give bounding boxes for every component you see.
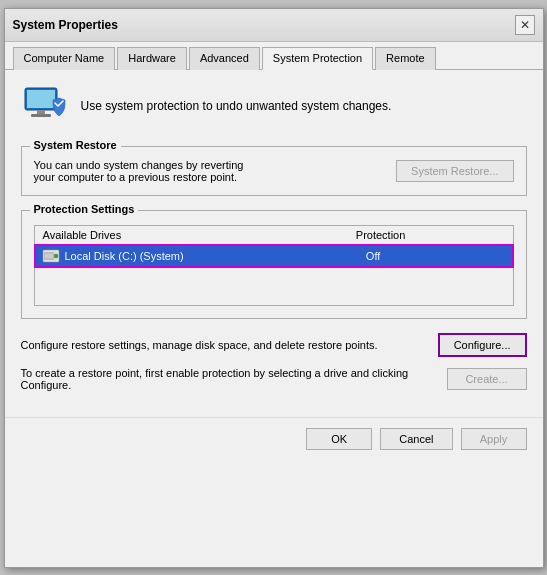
create-text: To create a restore point, first enable … [21, 367, 435, 391]
drives-table: Available Drives Protection [34, 225, 514, 306]
tab-computer-name[interactable]: Computer Name [13, 47, 116, 70]
col-protection-header: Protection [348, 229, 513, 241]
tab-bar: Computer Name Hardware Advanced System P… [5, 42, 543, 70]
apply-button[interactable]: Apply [461, 428, 527, 450]
tab-content: Use system protection to undo unwanted s… [5, 70, 543, 413]
footer: OK Cancel Apply [5, 417, 543, 460]
drives-table-header: Available Drives Protection [35, 226, 513, 245]
ok-button[interactable]: OK [306, 428, 372, 450]
drive-icon [41, 248, 61, 264]
drives-table-body: Local Disk (C:) (System) Off [35, 245, 513, 305]
tab-remote[interactable]: Remote [375, 47, 436, 70]
configure-row: Configure restore settings, manage disk … [21, 333, 527, 357]
system-restore-button[interactable]: System Restore... [396, 160, 513, 182]
svg-rect-1 [27, 90, 55, 108]
svg-rect-3 [31, 114, 51, 117]
configure-text: Configure restore settings, manage disk … [21, 339, 426, 351]
system-restore-group: System Restore You can undo system chang… [21, 146, 527, 196]
drive-name: Local Disk (C:) (System) [65, 250, 358, 262]
restore-content: You can undo system changes by reverting… [34, 159, 514, 183]
protection-settings-group: Protection Settings Available Drives Pro… [21, 210, 527, 319]
col-drives-header: Available Drives [35, 229, 348, 241]
tab-hardware[interactable]: Hardware [117, 47, 187, 70]
bottom-actions: Configure restore settings, manage disk … [21, 333, 527, 391]
title-bar: System Properties ✕ [5, 9, 543, 42]
create-row: To create a restore point, first enable … [21, 367, 527, 391]
top-description: Use system protection to undo unwanted s… [81, 99, 392, 113]
create-button[interactable]: Create... [447, 368, 527, 390]
configure-button[interactable]: Configure... [438, 333, 527, 357]
restore-description: You can undo system changes by reverting… [34, 159, 389, 183]
shield-protection-icon [21, 82, 69, 130]
svg-point-6 [54, 254, 58, 258]
svg-rect-7 [45, 254, 53, 258]
cancel-button[interactable]: Cancel [380, 428, 452, 450]
top-section: Use system protection to undo unwanted s… [21, 82, 527, 130]
system-properties-window: System Properties ✕ Computer Name Hardwa… [4, 8, 544, 568]
close-button[interactable]: ✕ [515, 15, 535, 35]
window-title: System Properties [13, 18, 118, 32]
system-restore-label: System Restore [30, 139, 121, 151]
tab-advanced[interactable]: Advanced [189, 47, 260, 70]
tab-system-protection[interactable]: System Protection [262, 47, 373, 70]
drive-protection-status: Off [358, 250, 513, 262]
protection-settings-label: Protection Settings [30, 203, 139, 215]
drive-row-local-disk[interactable]: Local Disk (C:) (System) Off [35, 245, 513, 267]
